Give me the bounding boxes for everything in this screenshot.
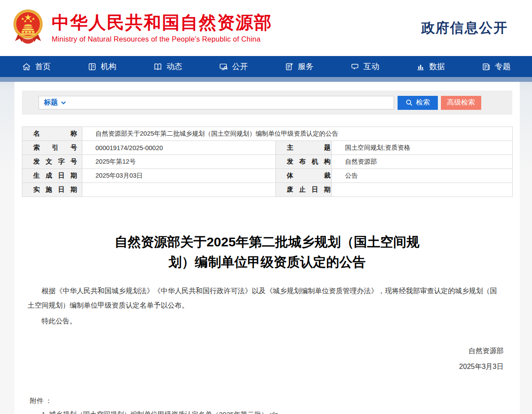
- meta-value-index-number: 000019174/2025-00020: [82, 141, 276, 155]
- section-title: 政府信息公开: [421, 19, 508, 37]
- organization-icon: [88, 62, 97, 71]
- services-icon: [285, 62, 294, 71]
- meta-label-generated-date: 生成日期: [22, 169, 82, 183]
- chevron-down-icon: [61, 101, 66, 105]
- search-button[interactable]: 检索: [398, 96, 438, 110]
- nav-item-label: 机构: [101, 61, 116, 72]
- site-title: 中华人民共和国自然资源部: [52, 13, 272, 32]
- meta-value-effective-date: [82, 183, 276, 197]
- nav-item-services[interactable]: 服务: [285, 61, 350, 72]
- table-row: 发文字号 2025年第12号 发布机构 自然资源部: [22, 155, 513, 169]
- meta-label-doc-number: 发文字号: [22, 155, 82, 169]
- search-input[interactable]: [66, 96, 394, 109]
- meta-value-name: 自然资源部关于2025年第二批城乡规划（国土空间规划）编制单位甲级资质认定的公告: [82, 127, 513, 141]
- nav-item-topics[interactable]: 专题: [482, 61, 532, 72]
- meta-label-issuing-agency: 发布机构: [276, 155, 332, 169]
- attachments-section: 附件 ： 1. 城乡规划（国土空间规划）编制单位甲级资质认定名单（2025年第二…: [30, 394, 507, 414]
- nav-item-label: 公开: [232, 61, 248, 72]
- meta-label-repeal-date: 废止日期: [276, 183, 332, 197]
- nav-item-home[interactable]: 首页: [22, 61, 88, 72]
- meta-label-effective-date: 实施日期: [22, 183, 82, 197]
- interaction-icon: [350, 62, 359, 71]
- signature-date: 2025年3月3日: [14, 362, 504, 372]
- nav-item-label: 首页: [35, 61, 51, 72]
- data-icon: [416, 62, 425, 71]
- nav-item-label: 互动: [363, 61, 379, 72]
- topics-icon: [482, 62, 491, 71]
- meta-value-genre: 公告: [332, 169, 513, 183]
- meta-label-genre: 体裁: [276, 169, 332, 183]
- nav-item-data[interactable]: 数据: [416, 61, 482, 72]
- nav-item-label: 专题: [495, 61, 511, 72]
- table-row: 索引号 000019174/2025-00020 主题 国土空间规划;资质资格: [22, 141, 513, 155]
- search-field-selector-label: 标题: [44, 98, 58, 107]
- nav-item-news[interactable]: 动态: [153, 61, 219, 72]
- meta-value-repeal-date: [332, 183, 513, 197]
- meta-label-subject: 主题: [276, 141, 332, 155]
- nav-item-organization[interactable]: 机构: [88, 61, 153, 72]
- meta-value-subject: 国土空间规划;资质资格: [332, 141, 513, 155]
- nav-strip-divider: [0, 77, 532, 82]
- attachments-label: 附件 ：: [30, 394, 507, 407]
- document-body: 根据《中华人民共和国城乡规划法》《中华人民共和国行政许可法》以及《城乡规划编制单…: [28, 284, 504, 328]
- main-nav: 首页 机构 动态 公开 服务 互动: [0, 56, 532, 77]
- nav-item-label: 服务: [298, 61, 314, 72]
- nav-item-disclosure[interactable]: 公开: [219, 61, 285, 72]
- meta-label-index-number: 索引号: [22, 141, 82, 155]
- site-header: 中华人民共和国自然资源部 Ministry of Natural Resourc…: [0, 0, 532, 56]
- china-national-emblem-icon[interactable]: [11, 6, 45, 50]
- news-icon: [153, 62, 162, 71]
- signature-organization: 自然资源部: [14, 347, 504, 356]
- advanced-search-button[interactable]: 高级检索: [441, 96, 481, 110]
- site-subtitle: Ministry of Natural Resources of the Peo…: [52, 35, 272, 43]
- search-bar: 标题 检索 高级检索: [22, 91, 512, 115]
- meta-label-name: 名称: [22, 127, 82, 141]
- table-row: 实施日期 废止日期: [22, 183, 513, 197]
- meta-value-issuing-agency: 自然资源部: [332, 155, 513, 169]
- content-panel: 标题 检索 高级检索 名称 自然资源部关于2025年第二批城乡规划（国土空间规划…: [14, 82, 520, 414]
- metadata-table: 名称 自然资源部关于2025年第二批城乡规划（国土空间规划）编制单位甲级资质认定…: [22, 126, 513, 197]
- table-row: 生成日期 2025年03月03日 体裁 公告: [22, 169, 513, 183]
- nav-item-label: 数据: [429, 61, 445, 72]
- search-box: 标题: [39, 96, 394, 109]
- site-title-block: 中华人民共和国自然资源部 Ministry of Natural Resourc…: [52, 13, 272, 43]
- meta-value-doc-number: 2025年第12号: [82, 155, 276, 169]
- meta-value-generated-date: 2025年03月03日: [82, 169, 276, 183]
- document-title: 自然资源部关于2025年第二批城乡规划（国土空间规划）编制单位甲级资质认定的公告: [106, 232, 428, 272]
- search-field-selector[interactable]: 标题: [44, 98, 66, 107]
- search-button-label: 检索: [416, 98, 430, 107]
- advanced-search-button-label: 高级检索: [447, 98, 475, 107]
- nav-item-interaction[interactable]: 互动: [350, 61, 416, 72]
- table-row: 名称 自然资源部关于2025年第二批城乡规划（国土空间规划）编制单位甲级资质认定…: [22, 127, 513, 141]
- home-icon: [22, 62, 31, 71]
- attachment-link-1[interactable]: 1. 城乡规划（国土空间规划）编制单位甲级资质认定名单（2025年第二批）.xl…: [42, 407, 507, 414]
- document-signature: 自然资源部 2025年3月3日: [14, 347, 504, 372]
- nav-item-label: 动态: [166, 61, 182, 72]
- document-paragraph: 特此公告。: [28, 314, 504, 328]
- disclosure-icon: [219, 62, 228, 71]
- search-icon: [405, 99, 413, 106]
- document-paragraph: 根据《中华人民共和国城乡规划法》《中华人民共和国行政许可法》以及《城乡规划编制单…: [28, 284, 504, 312]
